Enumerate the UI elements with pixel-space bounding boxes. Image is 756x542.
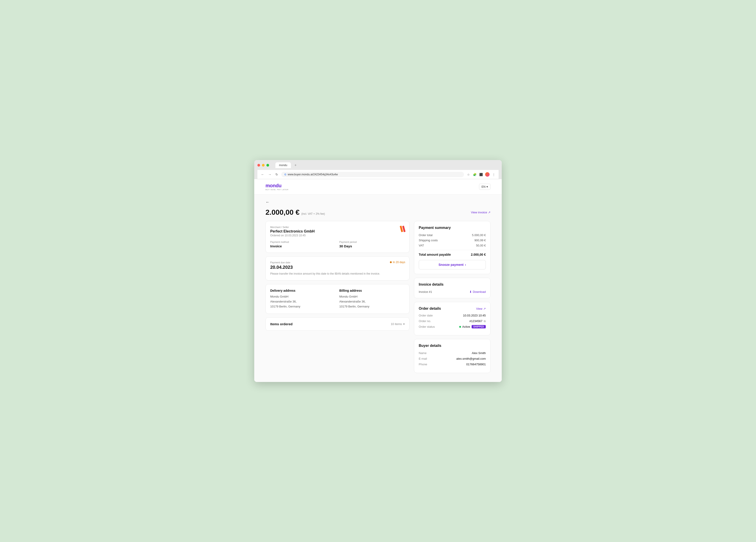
due-badge-text: In 20 days: [393, 260, 405, 264]
address-bar[interactable]: G www.buyer.mondu.ai/2423454q34o43u4w: [281, 172, 464, 177]
delivery-street: Alexanderstraße 36,: [270, 300, 297, 303]
bookmark-icon[interactable]: ☆: [466, 172, 471, 177]
address-bar-row: ← → ↻ G www.buyer.mondu.ai/2423454q34o43…: [257, 170, 499, 179]
view-invoice-text: View invoice: [471, 211, 487, 214]
copy-icon[interactable]: ⧉: [484, 320, 486, 323]
total-label: Total amount payable: [419, 253, 451, 256]
payment-summary-card: Payment summary Order total 5.000,00 € S…: [414, 221, 491, 274]
payment-method-field: Payment method Invoice: [270, 240, 336, 248]
delivery-city: 10179 Berlin, Germany: [270, 305, 300, 308]
billing-text: Mondu GmbH Alexanderstraße 36, 10179 Ber…: [339, 294, 405, 309]
active-status: Active: [459, 325, 470, 329]
lang-arrow: ▾: [486, 185, 488, 188]
delivery-label: Delivery address: [270, 289, 336, 293]
buyer-phone-value: 017664758901: [466, 363, 486, 366]
buyer-phone-row: Phone 017664758901: [419, 363, 486, 366]
invoice-row: Invoice #1 ⬇ Download: [419, 290, 486, 294]
delivery-address: Delivery address Mondu GmbH Alexanderstr…: [270, 289, 336, 309]
shipping-row: Shipping costs 900,99 €: [419, 238, 486, 242]
snooze-payment-button[interactable]: Snooze payment ›: [419, 260, 486, 269]
view-invoice-link[interactable]: View invoice ↗: [471, 211, 491, 214]
address-card: Delivery address Mondu GmbH Alexanderstr…: [265, 284, 409, 314]
view-external-icon: ↗: [483, 307, 486, 311]
cast-icon[interactable]: ⬛: [479, 172, 483, 177]
total-row: Total amount payable 2.000,00 €: [419, 253, 486, 256]
items-row: Items ordered 10 items ▾: [270, 322, 405, 326]
payment-summary-title: Payment summary: [419, 226, 486, 230]
billing-label: Billing address: [339, 289, 405, 293]
view-order-link[interactable]: View ↗: [476, 307, 486, 311]
view-label: View: [476, 307, 482, 311]
order-no-label: Order no.: [419, 320, 431, 323]
items-count-toggle[interactable]: 10 items ▾: [391, 322, 405, 326]
amount-note: (incl. VAT + 2% fee): [301, 212, 325, 215]
menu-icon[interactable]: ⋮: [491, 172, 496, 177]
order-status-row: Order status Active SHIPPED: [419, 325, 486, 329]
back-button[interactable]: ←: [260, 172, 265, 177]
new-tab-button[interactable]: +: [293, 162, 298, 168]
shipping-value: 900,99 €: [474, 238, 486, 242]
billing-company: Mondu GmbH: [339, 295, 358, 298]
forward-button[interactable]: →: [267, 172, 272, 177]
tab-bar: mondu +: [275, 162, 298, 168]
mondu-logo: mondu BUY NOW, PAY LATER: [265, 183, 288, 191]
address-grid: Delivery address Mondu GmbH Alexanderstr…: [270, 289, 405, 309]
reload-button[interactable]: ↻: [275, 172, 279, 177]
minimize-dot[interactable]: [262, 164, 265, 166]
merchant-card: Merchant / Seller Perfect Electronics Gm…: [265, 221, 409, 253]
google-icon: G: [284, 173, 286, 176]
browser-chrome: mondu + ← → ↻ G www.buyer.mondu.ai/24234…: [254, 160, 502, 179]
buyer-email-value: alex.smith@gmail.com: [456, 357, 486, 360]
delivery-text: Mondu GmbH Alexanderstraße 36, 10179 Ber…: [270, 294, 336, 309]
vat-value: 50,00 €: [476, 244, 486, 247]
browser-window: mondu + ← → ↻ G www.buyer.mondu.ai/24234…: [254, 160, 502, 382]
download-icon: ⬇: [469, 290, 472, 294]
items-chevron-icon: ▾: [403, 322, 405, 326]
vat-label: VAT: [419, 244, 424, 247]
order-no-value: #1234567 ⧉: [469, 320, 486, 323]
app-header: mondu BUY NOW, PAY LATER EN ▾: [254, 179, 502, 194]
order-status-label: Order status: [419, 325, 435, 329]
active-tab[interactable]: mondu: [275, 162, 291, 168]
total-value: 2.000,00 €: [471, 253, 486, 256]
order-total-label: Order total: [419, 233, 432, 237]
invoice-details-card: Invoice details Invoice #1 ⬇ Download: [414, 278, 491, 298]
tab-label: mondu: [279, 164, 287, 167]
browser-content: mondu BUY NOW, PAY LATER EN ▾ ← 2.000,00…: [254, 179, 502, 382]
back-page-button[interactable]: ←: [265, 200, 270, 204]
due-badge-dot: [390, 261, 392, 263]
due-label: Payment due date: [270, 261, 405, 264]
maximize-dot[interactable]: [266, 164, 269, 166]
order-details-header: Order details View ↗: [419, 307, 486, 311]
amount-display: 2.000,00 € (incl. VAT + 2% fee): [265, 208, 325, 216]
snooze-btn-text: Snooze payment: [439, 263, 463, 266]
close-dot[interactable]: [257, 164, 260, 166]
puzzle-icon[interactable]: 🧩: [473, 172, 477, 177]
due-date-card: In 20 days Payment due date 20.04.2023 P…: [265, 256, 409, 281]
delivery-company: Mondu GmbH: [270, 295, 288, 298]
amount-value: 2.000,00 €: [265, 208, 299, 216]
buyer-details-card: Buyer details Name Alex Smith E-mail ale…: [414, 339, 491, 373]
summary-divider: [419, 250, 486, 250]
active-dot: [459, 326, 461, 328]
main-grid: Merchant / Seller Perfect Electronics Gm…: [265, 221, 491, 373]
lang-selector[interactable]: EN ▾: [479, 184, 491, 190]
merchant-info: Merchant / Seller Perfect Electronics Gm…: [270, 226, 315, 237]
buyer-name-label: Name: [419, 351, 427, 355]
due-date-value: 20.04.2023: [270, 265, 405, 270]
lang-text: EN: [481, 185, 486, 188]
toolbar-icons: ☆ 🧩 ⬛ ⋮: [466, 172, 496, 177]
order-details-title: Order details: [419, 307, 441, 311]
order-status-value: Active SHIPPED: [459, 325, 486, 329]
payment-fields: Payment method Invoice Payment period 30…: [270, 240, 405, 248]
due-badge: In 20 days: [390, 260, 405, 264]
shipping-label: Shipping costs: [419, 238, 438, 242]
order-date-label: Order date: [419, 314, 433, 317]
due-note: Please transfer the invoice amount by th…: [270, 272, 405, 276]
items-title: Items ordered: [270, 322, 293, 326]
profile-icon[interactable]: [485, 172, 490, 177]
order-date-value: 10.03.2023 10:45: [463, 314, 486, 317]
page-content: ← 2.000,00 € (incl. VAT + 2% fee) View i…: [254, 194, 502, 382]
vat-row: VAT 50,00 €: [419, 244, 486, 247]
download-button[interactable]: ⬇ Download: [469, 290, 486, 294]
